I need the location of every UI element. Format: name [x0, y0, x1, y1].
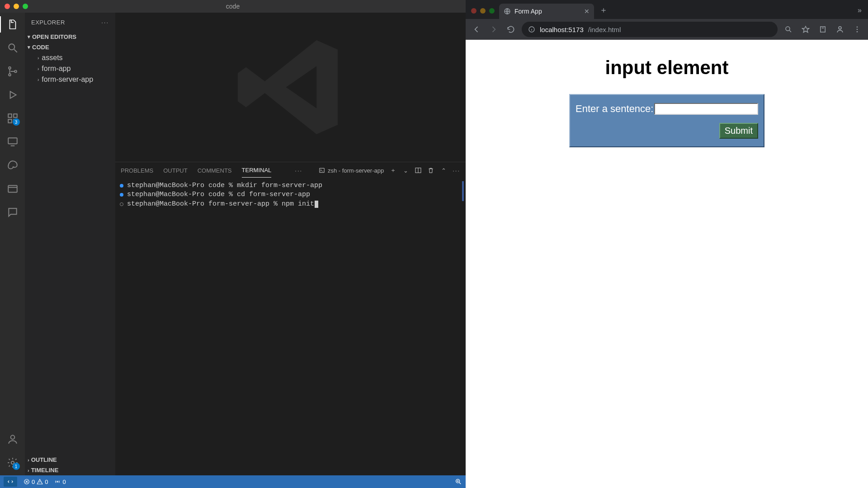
section-open-editors[interactable]: ▾ OPEN EDITORS [25, 32, 115, 42]
search-icon[interactable] [6, 42, 19, 54]
svg-point-39 [857, 29, 858, 30]
svg-point-2 [9, 67, 11, 69]
site-info-icon[interactable] [528, 26, 535, 33]
vscode-logo-icon [232, 28, 349, 146]
svg-line-33 [789, 30, 791, 32]
tab-output[interactable]: OUTPUT [163, 164, 187, 178]
account-icon[interactable] [6, 433, 19, 446]
sidebar-title-row: EXPLORER ··· [25, 13, 115, 32]
terminal-scrollbar[interactable] [462, 181, 464, 201]
fullscreen-window-button[interactable] [489, 8, 495, 14]
svg-marker-5 [10, 91, 16, 98]
terminal[interactable]: stephan@MacBook-Pro code % mkdir form-se… [115, 178, 466, 475]
tree-folder-form-app[interactable]: › form-app [25, 63, 115, 74]
editor-watermark [115, 13, 466, 162]
section-timeline[interactable]: › TIMELINE [25, 465, 115, 475]
bookmark-icon[interactable] [799, 23, 812, 36]
close-window-button[interactable] [5, 4, 10, 9]
terminal-text: stephan@MacBook-Pro code % mkdir form-se… [127, 181, 322, 190]
zoom-icon [455, 478, 462, 485]
chevron-right-icon: › [28, 457, 29, 463]
tree-folder-assets[interactable]: › assets [25, 52, 115, 63]
status-problems[interactable]: 0 0 [24, 479, 48, 485]
warning-icon [37, 479, 43, 485]
browser-viewport: input element Enter a sentence: Submit [466, 40, 868, 488]
prompt-dot-icon [120, 193, 123, 197]
split-terminal-icon[interactable] [415, 167, 422, 174]
source-control-icon[interactable] [6, 65, 19, 78]
bottom-panel: PROBLEMS OUTPUT COMMENTS TERMINAL ··· zs… [115, 162, 466, 475]
kill-terminal-icon[interactable] [427, 167, 434, 174]
statusbar: 0 0 0 [0, 475, 466, 488]
new-tab-button[interactable]: ＋ [594, 5, 613, 19]
chevron-down-icon: ▾ [28, 44, 30, 50]
svg-marker-34 [802, 26, 809, 33]
panel-overflow-icon[interactable]: ··· [295, 167, 302, 174]
address-bar[interactable]: localhost:5173/index.html [522, 22, 778, 37]
remote-indicator[interactable] [4, 477, 17, 487]
edge-tools-icon[interactable] [6, 159, 19, 172]
svg-rect-12 [8, 185, 17, 192]
new-terminal-icon[interactable]: ＋ [389, 167, 396, 174]
svg-line-1 [14, 49, 17, 52]
svg-point-0 [9, 44, 14, 50]
vscode-window: code 3 [0, 0, 466, 488]
svg-point-4 [14, 70, 17, 73]
shell-label[interactable]: zsh - form-server-app [319, 167, 384, 174]
sidebar-title: EXPLORER [31, 19, 65, 26]
sentence-input[interactable] [654, 103, 758, 115]
remote-explorer-icon[interactable] [6, 136, 19, 148]
explorer-icon[interactable] [6, 18, 19, 31]
fullscreen-window-button[interactable] [23, 4, 28, 9]
maximize-panel-icon[interactable]: ⌃ [440, 167, 447, 174]
sidebar-more-icon[interactable]: ··· [101, 19, 109, 26]
back-button[interactable] [470, 23, 483, 36]
chevron-right-icon: › [28, 468, 29, 473]
chevron-down-icon: ▾ [28, 34, 30, 40]
svg-line-25 [459, 483, 461, 484]
status-ports[interactable]: 0 [54, 479, 66, 485]
reload-button[interactable] [505, 23, 517, 36]
browser-tabstrip: Form App ✕ ＋ » [466, 0, 868, 19]
minimize-window-button[interactable] [480, 8, 486, 14]
section-code[interactable]: ▾ CODE [25, 42, 115, 52]
shell-label-text: zsh - form-server-app [328, 167, 384, 174]
svg-rect-7 [14, 114, 17, 117]
zoom-indicator-icon[interactable] [782, 23, 795, 36]
tab-title: Form App [514, 8, 542, 15]
globe-icon [504, 8, 511, 15]
browser-tab[interactable]: Form App ✕ [499, 4, 594, 19]
tree-label: form-server-app [42, 75, 93, 84]
close-window-button[interactable] [471, 8, 476, 14]
section-outline-label: OUTLINE [31, 456, 57, 463]
reading-list-icon[interactable] [816, 23, 829, 36]
tree-folder-form-server-app[interactable]: › form-server-app [25, 74, 115, 85]
svg-point-38 [857, 26, 858, 28]
terminal-shell-icon [319, 167, 325, 174]
minimize-window-button[interactable] [14, 4, 19, 9]
tab-comments[interactable]: COMMENTS [198, 164, 232, 178]
terminal-line: stephan@MacBook-Pro code % mkdir form-se… [120, 181, 461, 190]
browser-menu-icon[interactable] [851, 23, 863, 36]
comments-panel-icon[interactable] [6, 206, 19, 219]
terminal-text: stephan@MacBook-Pro code % cd form-serve… [127, 190, 310, 199]
panel-more-icon[interactable]: ··· [453, 167, 460, 174]
tabs-expand-icon[interactable]: » [858, 6, 868, 19]
tab-problems[interactable]: PROBLEMS [121, 164, 153, 178]
settings-icon[interactable]: 1 [6, 456, 19, 469]
forward-button[interactable] [487, 23, 500, 36]
terminal-dropdown-icon[interactable]: ⌄ [402, 167, 409, 174]
run-debug-icon[interactable] [6, 89, 19, 101]
submit-button[interactable]: Submit [719, 123, 758, 139]
projects-icon[interactable] [6, 183, 19, 195]
svg-point-32 [786, 27, 790, 31]
prompt-dot-icon [120, 184, 123, 188]
editor-area: PROBLEMS OUTPUT COMMENTS TERMINAL ··· zs… [115, 13, 466, 475]
section-outline[interactable]: › OUTLINE [25, 455, 115, 465]
profile-icon[interactable] [834, 23, 846, 36]
status-zoom[interactable] [455, 478, 462, 485]
extensions-icon[interactable]: 3 [6, 112, 19, 125]
tab-terminal[interactable]: TERMINAL [242, 163, 272, 178]
terminal-cursor [315, 201, 318, 208]
close-tab-icon[interactable]: ✕ [584, 8, 590, 15]
